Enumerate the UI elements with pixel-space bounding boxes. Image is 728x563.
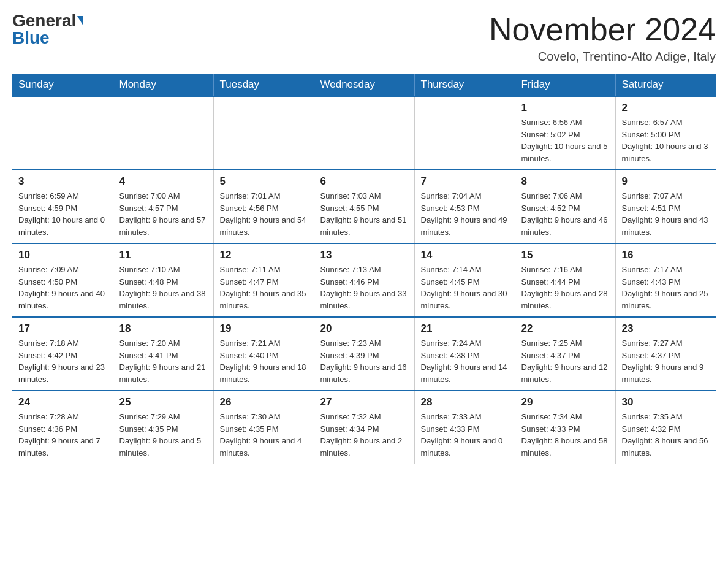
day-number: 19 [220,323,308,335]
calendar-day-cell: 27Sunrise: 7:32 AM Sunset: 4:34 PM Dayli… [314,391,414,464]
day-info: Sunrise: 7:32 AM Sunset: 4:34 PM Dayligh… [320,411,408,459]
calendar-day-cell [113,96,213,170]
calendar-day-cell: 1Sunrise: 6:56 AM Sunset: 5:02 PM Daylig… [515,96,615,170]
calendar-header: SundayMondayTuesdayWednesdayThursdayFrid… [12,74,716,96]
day-number: 17 [18,323,107,335]
day-number: 12 [220,249,308,261]
day-number: 23 [622,323,710,335]
day-info: Sunrise: 7:20 AM Sunset: 4:41 PM Dayligh… [119,337,207,385]
calendar-week-row: 10Sunrise: 7:09 AM Sunset: 4:50 PM Dayli… [12,243,716,317]
day-number: 16 [622,249,710,261]
calendar-day-cell: 3Sunrise: 6:59 AM Sunset: 4:59 PM Daylig… [12,170,113,243]
day-number: 29 [521,396,609,408]
day-info: Sunrise: 7:00 AM Sunset: 4:57 PM Dayligh… [119,190,207,238]
day-info: Sunrise: 7:23 AM Sunset: 4:39 PM Dayligh… [320,337,408,385]
day-info: Sunrise: 7:34 AM Sunset: 4:33 PM Dayligh… [521,411,609,459]
day-number: 5 [220,175,308,188]
calendar-day-cell: 9Sunrise: 7:07 AM Sunset: 4:51 PM Daylig… [615,170,716,243]
calendar-day-cell: 11Sunrise: 7:10 AM Sunset: 4:48 PM Dayli… [113,243,213,317]
day-info: Sunrise: 7:09 AM Sunset: 4:50 PM Dayligh… [18,264,107,312]
calendar-day-cell: 7Sunrise: 7:04 AM Sunset: 4:53 PM Daylig… [414,170,515,243]
calendar-day-cell: 30Sunrise: 7:35 AM Sunset: 4:32 PM Dayli… [615,391,716,464]
day-info: Sunrise: 7:03 AM Sunset: 4:55 PM Dayligh… [320,190,408,238]
calendar-day-cell: 26Sunrise: 7:30 AM Sunset: 4:35 PM Dayli… [213,391,314,464]
calendar-week-row: 3Sunrise: 6:59 AM Sunset: 4:59 PM Daylig… [12,170,716,243]
calendar-day-cell: 5Sunrise: 7:01 AM Sunset: 4:56 PM Daylig… [213,170,314,243]
weekday-header-tuesday: Tuesday [213,74,314,96]
calendar-table: SundayMondayTuesdayWednesdayThursdayFrid… [12,74,716,464]
calendar-day-cell: 8Sunrise: 7:06 AM Sunset: 4:52 PM Daylig… [515,170,615,243]
calendar-day-cell: 2Sunrise: 6:57 AM Sunset: 5:00 PM Daylig… [615,96,716,170]
day-info: Sunrise: 7:18 AM Sunset: 4:42 PM Dayligh… [18,337,107,385]
day-info: Sunrise: 7:33 AM Sunset: 4:33 PM Dayligh… [421,411,509,459]
title-section: November 2024 Covelo, Trentino-Alto Adig… [489,12,716,64]
logo: General Blue [12,12,83,47]
day-number: 8 [521,175,609,188]
day-info: Sunrise: 7:30 AM Sunset: 4:35 PM Dayligh… [220,411,308,459]
day-number: 24 [18,396,107,408]
page-header: General Blue November 2024 Covelo, Trent… [12,12,716,64]
calendar-day-cell: 6Sunrise: 7:03 AM Sunset: 4:55 PM Daylig… [314,170,414,243]
calendar-day-cell: 18Sunrise: 7:20 AM Sunset: 4:41 PM Dayli… [113,317,213,391]
day-number: 20 [320,323,408,335]
day-info: Sunrise: 7:13 AM Sunset: 4:46 PM Dayligh… [320,264,408,312]
weekday-header-thursday: Thursday [414,74,515,96]
location-text: Covelo, Trentino-Alto Adige, Italy [489,50,716,64]
day-number: 25 [119,396,207,408]
day-number: 28 [421,396,509,408]
day-number: 26 [220,396,308,408]
weekday-header-friday: Friday [515,74,615,96]
day-info: Sunrise: 7:14 AM Sunset: 4:45 PM Dayligh… [421,264,509,312]
day-info: Sunrise: 7:06 AM Sunset: 4:52 PM Dayligh… [521,190,609,238]
calendar-day-cell: 20Sunrise: 7:23 AM Sunset: 4:39 PM Dayli… [314,317,414,391]
day-info: Sunrise: 7:10 AM Sunset: 4:48 PM Dayligh… [119,264,207,312]
calendar-day-cell: 4Sunrise: 7:00 AM Sunset: 4:57 PM Daylig… [113,170,213,243]
day-number: 4 [119,175,207,188]
day-info: Sunrise: 7:27 AM Sunset: 4:37 PM Dayligh… [622,337,710,385]
weekday-header-wednesday: Wednesday [314,74,414,96]
weekday-header-monday: Monday [113,74,213,96]
logo-general-text: General [12,12,76,29]
calendar-day-cell [314,96,414,170]
calendar-day-cell [12,96,113,170]
day-info: Sunrise: 7:16 AM Sunset: 4:44 PM Dayligh… [521,264,609,312]
month-title: November 2024 [489,12,716,47]
day-number: 30 [622,396,710,408]
day-info: Sunrise: 7:04 AM Sunset: 4:53 PM Dayligh… [421,190,509,238]
day-number: 14 [421,249,509,261]
calendar-day-cell: 24Sunrise: 7:28 AM Sunset: 4:36 PM Dayli… [12,391,113,464]
calendar-day-cell: 29Sunrise: 7:34 AM Sunset: 4:33 PM Dayli… [515,391,615,464]
calendar-day-cell: 12Sunrise: 7:11 AM Sunset: 4:47 PM Dayli… [213,243,314,317]
day-info: Sunrise: 7:35 AM Sunset: 4:32 PM Dayligh… [622,411,710,459]
day-number: 27 [320,396,408,408]
logo-blue-text: Blue [12,29,50,47]
day-info: Sunrise: 7:24 AM Sunset: 4:38 PM Dayligh… [421,337,509,385]
weekday-header-row: SundayMondayTuesdayWednesdayThursdayFrid… [12,74,716,96]
calendar-day-cell: 10Sunrise: 7:09 AM Sunset: 4:50 PM Dayli… [12,243,113,317]
day-info: Sunrise: 7:28 AM Sunset: 4:36 PM Dayligh… [18,411,107,459]
day-info: Sunrise: 7:21 AM Sunset: 4:40 PM Dayligh… [220,337,308,385]
calendar-week-row: 1Sunrise: 6:56 AM Sunset: 5:02 PM Daylig… [12,96,716,170]
calendar-day-cell: 22Sunrise: 7:25 AM Sunset: 4:37 PM Dayli… [515,317,615,391]
calendar-week-row: 17Sunrise: 7:18 AM Sunset: 4:42 PM Dayli… [12,317,716,391]
logo-triangle-icon [77,16,83,26]
day-info: Sunrise: 7:01 AM Sunset: 4:56 PM Dayligh… [220,190,308,238]
day-number: 9 [622,175,710,188]
day-info: Sunrise: 7:07 AM Sunset: 4:51 PM Dayligh… [622,190,710,238]
calendar-day-cell: 28Sunrise: 7:33 AM Sunset: 4:33 PM Dayli… [414,391,515,464]
day-number: 11 [119,249,207,261]
calendar-body: 1Sunrise: 6:56 AM Sunset: 5:02 PM Daylig… [12,96,716,464]
day-number: 10 [18,249,107,261]
day-number: 18 [119,323,207,335]
day-number: 7 [421,175,509,188]
day-number: 15 [521,249,609,261]
calendar-day-cell: 19Sunrise: 7:21 AM Sunset: 4:40 PM Dayli… [213,317,314,391]
calendar-day-cell: 25Sunrise: 7:29 AM Sunset: 4:35 PM Dayli… [113,391,213,464]
calendar-day-cell: 17Sunrise: 7:18 AM Sunset: 4:42 PM Dayli… [12,317,113,391]
day-number: 3 [18,175,107,188]
calendar-day-cell: 13Sunrise: 7:13 AM Sunset: 4:46 PM Dayli… [314,243,414,317]
calendar-day-cell [213,96,314,170]
day-info: Sunrise: 7:11 AM Sunset: 4:47 PM Dayligh… [220,264,308,312]
calendar-day-cell: 15Sunrise: 7:16 AM Sunset: 4:44 PM Dayli… [515,243,615,317]
day-info: Sunrise: 6:57 AM Sunset: 5:00 PM Dayligh… [622,117,710,164]
